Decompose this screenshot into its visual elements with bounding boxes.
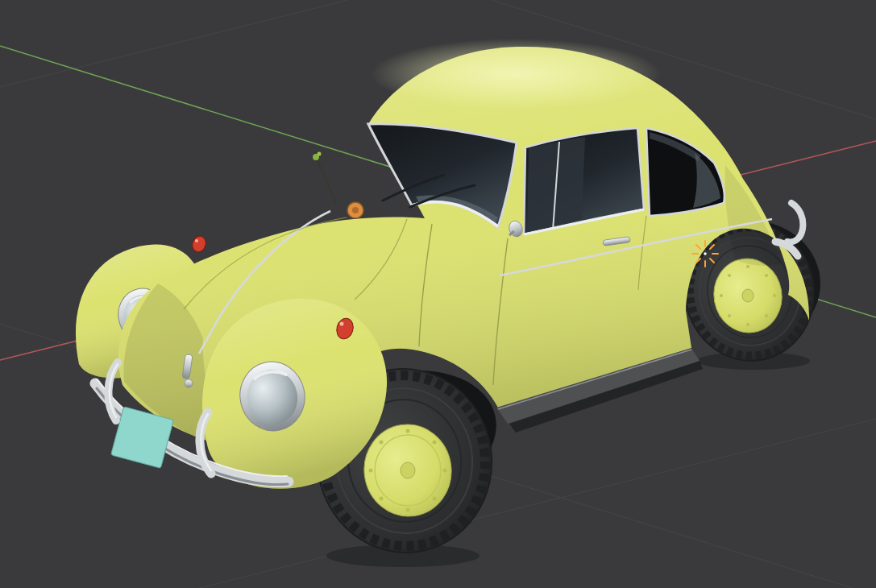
hood-cap-center <box>352 207 359 213</box>
viewport[interactable] <box>0 0 876 588</box>
antenna-tip-leaf <box>318 152 322 156</box>
origin-marker[interactable] <box>692 241 718 267</box>
hood-emblem <box>185 379 193 387</box>
rear-hubcap-center <box>742 289 754 302</box>
roof-highlight <box>371 39 661 110</box>
front-hubcap-center <box>401 462 415 478</box>
origin-marker-center <box>704 252 707 255</box>
far-turn-signal-highlight <box>195 239 198 242</box>
viewport-canvas[interactable] <box>0 0 876 588</box>
near-turn-signal-highlight <box>340 322 344 326</box>
